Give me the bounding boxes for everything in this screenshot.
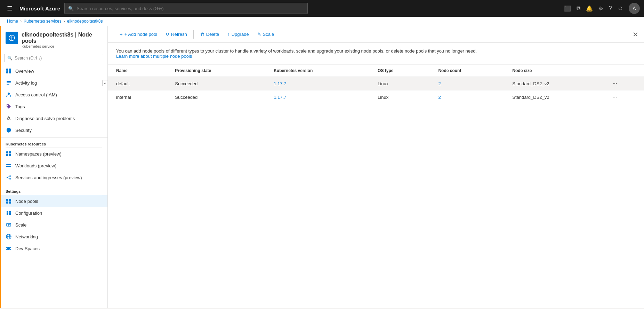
feedback-icon[interactable]: ☺ xyxy=(618,5,623,11)
scale-button[interactable]: ✎ Scale xyxy=(254,30,278,39)
sidebar-item-label-configuration: Configuration xyxy=(15,211,42,216)
sidebar-item-networking[interactable]: Networking xyxy=(0,231,107,243)
sidebar-item-tags[interactable]: Tags xyxy=(0,101,107,112)
refresh-icon: ↻ xyxy=(166,32,169,37)
breadcrumb-resource[interactable]: elknodepooltestk8s xyxy=(67,19,103,24)
sidebar-item-access-control[interactable]: Access control (IAM) xyxy=(0,89,107,101)
scale-label: Scale xyxy=(263,32,274,37)
portal-menu-icon[interactable]: ⧉ xyxy=(577,5,580,11)
svg-point-36 xyxy=(10,247,11,248)
access-control-icon xyxy=(6,92,12,98)
add-node-pool-button[interactable]: + + Add node pool xyxy=(116,30,161,39)
sidebar-item-label-diagnose: Diagnose and solve problems xyxy=(15,116,75,121)
hamburger-menu[interactable]: ☰ xyxy=(4,3,15,14)
svg-point-17 xyxy=(7,177,8,178)
resource-icon xyxy=(6,32,18,44)
sidebar-item-label-node-pools: Node pools xyxy=(15,199,38,204)
svg-rect-23 xyxy=(9,199,11,201)
table-row[interactable]: internal Succeeded 1.17.7 Linux 2 Standa… xyxy=(108,90,644,104)
sidebar-resource-name: elknodepooltestk8s | Node pools xyxy=(22,32,102,44)
tags-icon xyxy=(6,103,12,110)
sidebar-item-workloads[interactable]: Workloads (preview) xyxy=(0,160,107,172)
svg-point-18 xyxy=(9,175,11,177)
sidebar-item-services-ingresses[interactable]: Services and ingresses (preview) xyxy=(0,172,107,183)
sidebar-item-activity-log[interactable]: Activity log xyxy=(0,77,107,89)
sidebar-item-namespaces[interactable]: Namespaces (preview) xyxy=(0,148,107,160)
svg-rect-3 xyxy=(6,71,8,73)
svg-rect-24 xyxy=(6,201,8,204)
sidebar-item-label-security: Security xyxy=(15,128,32,133)
toolbar: + + Add node pool ↻ Refresh 🗑 Delete ↑ U… xyxy=(108,26,644,43)
node-pools-table: Name Provisioning state Kubernetes versi… xyxy=(108,65,644,104)
refresh-button[interactable]: ↻ Refresh xyxy=(162,30,191,39)
breadcrumb-home[interactable]: Home xyxy=(7,19,18,24)
global-search-input[interactable] xyxy=(77,6,304,11)
sidebar-item-scale[interactable]: Scale xyxy=(0,219,107,231)
sidebar-item-label-tags: Tags xyxy=(15,104,25,109)
workloads-icon xyxy=(6,163,12,169)
breadcrumb-sep-1: › xyxy=(20,19,22,24)
info-link[interactable]: Learn more about multiple node pools xyxy=(116,54,192,59)
cell-name: default xyxy=(108,77,167,90)
upgrade-button[interactable]: ↑ Upgrade xyxy=(224,30,252,39)
cell-provisioning-state: Succeeded xyxy=(167,77,265,90)
sidebar-item-label-networking: Networking xyxy=(15,234,38,239)
row-more-actions[interactable]: ··· xyxy=(612,80,617,86)
close-button[interactable]: ✕ xyxy=(633,30,638,39)
cloud-shell-icon[interactable]: ⬛ xyxy=(564,5,571,12)
sidebar-item-node-pools[interactable]: Node pools xyxy=(0,195,107,207)
cell-node-count[interactable]: 2 xyxy=(430,77,504,90)
info-text: You can add node pools of different type… xyxy=(116,48,636,54)
svg-rect-29 xyxy=(9,213,11,215)
global-search-box[interactable]: 🔍 xyxy=(64,3,308,14)
toolbar-separator xyxy=(193,30,194,39)
delete-button[interactable]: 🗑 Delete xyxy=(196,30,223,39)
activity-log-icon xyxy=(6,80,12,86)
help-icon[interactable]: ? xyxy=(609,5,612,11)
add-node-pool-label: + Add node pool xyxy=(124,32,157,37)
svg-rect-25 xyxy=(9,201,11,204)
svg-rect-16 xyxy=(6,166,11,167)
scale-icon xyxy=(6,222,12,228)
cell-provisioning-state: Succeeded xyxy=(167,90,265,104)
sidebar-collapse-button[interactable]: « xyxy=(102,80,108,86)
svg-rect-2 xyxy=(9,69,11,71)
sidebar-search-input[interactable] xyxy=(15,56,100,61)
cell-k8s-version[interactable]: 1.17.7 xyxy=(265,90,369,104)
security-icon xyxy=(6,127,12,133)
settings-icon[interactable]: ⚙ xyxy=(598,5,603,12)
svg-rect-13 xyxy=(6,154,8,156)
cell-actions[interactable]: ··· xyxy=(604,90,644,104)
col-header-k8s-version: Kubernetes version xyxy=(265,65,369,77)
svg-rect-28 xyxy=(7,213,8,215)
cell-actions[interactable]: ··· xyxy=(604,77,644,90)
svg-rect-7 xyxy=(7,84,9,85)
svg-point-35 xyxy=(6,247,8,248)
row-more-actions[interactable]: ··· xyxy=(612,94,617,100)
svg-rect-6 xyxy=(7,82,11,83)
breadcrumb-kubernetes-services[interactable]: Kubernetes services xyxy=(24,19,62,24)
sidebar-resource-header: elknodepooltestk8s | Node pools Kubernet… xyxy=(0,26,107,51)
cell-node-count[interactable]: 2 xyxy=(430,90,504,104)
user-avatar[interactable]: A xyxy=(629,3,640,14)
main-layout: elknodepooltestk8s | Node pools Kubernet… xyxy=(0,26,644,308)
upgrade-icon: ↑ xyxy=(227,32,230,37)
sidebar-search-box[interactable]: 🔍 xyxy=(4,54,103,62)
cell-k8s-version[interactable]: 1.17.7 xyxy=(265,77,369,90)
table-row[interactable]: default Succeeded 1.17.7 Linux 2 Standar… xyxy=(108,77,644,90)
sidebar-item-diagnose[interactable]: Diagnose and solve problems xyxy=(0,112,107,124)
cell-node-size: Standard_DS2_v2 xyxy=(504,90,604,104)
content-area: ✕ + + Add node pool ↻ Refresh 🗑 Delete ↑… xyxy=(108,26,644,308)
sidebar-item-label-overview: Overview xyxy=(15,69,34,74)
sidebar-item-overview[interactable]: Overview xyxy=(0,65,107,77)
svg-line-21 xyxy=(8,178,9,179)
sidebar-item-security[interactable]: Security xyxy=(0,124,107,136)
services-ingresses-icon xyxy=(6,174,12,181)
networking-icon xyxy=(6,233,12,240)
svg-point-19 xyxy=(9,178,11,180)
sidebar-item-dev-spaces[interactable]: Dev Spaces xyxy=(0,243,107,254)
diagnose-icon xyxy=(6,115,12,121)
notifications-icon[interactable]: 🔔 xyxy=(586,5,593,12)
sidebar-item-configuration[interactable]: Configuration xyxy=(0,207,107,219)
search-icon: 🔍 xyxy=(68,6,74,11)
